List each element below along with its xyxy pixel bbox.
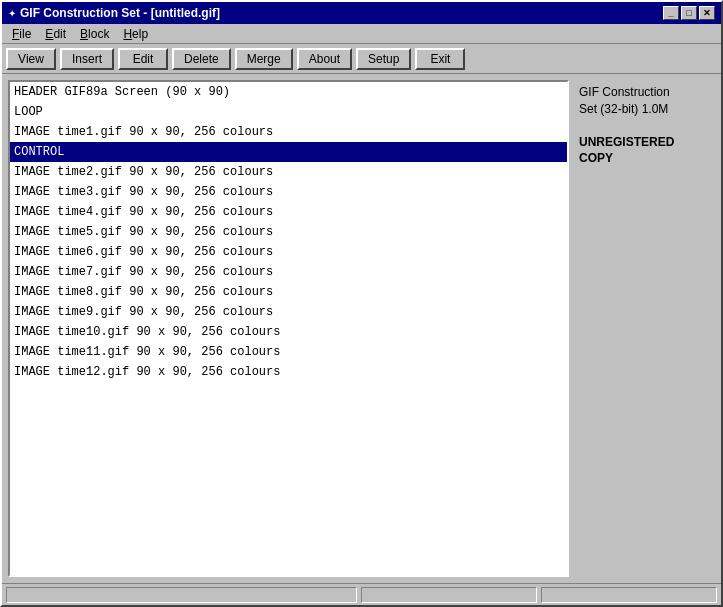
setup-button[interactable]: Setup xyxy=(356,48,411,70)
list-item[interactable]: IMAGE time1.gif 90 x 90, 256 colours xyxy=(10,122,567,142)
title-bar-left: ✦ GIF Construction Set - [untitled.gif] xyxy=(8,6,220,20)
list-item[interactable]: IMAGE time10.gif 90 x 90, 256 colours xyxy=(10,322,567,342)
menu-file[interactable]: File xyxy=(6,25,37,43)
main-content: HEADER GIF89a Screen (90 x 90)LOOPIMAGE … xyxy=(2,74,721,583)
maximize-button[interactable]: □ xyxy=(681,6,697,20)
minimize-button[interactable]: _ xyxy=(663,6,679,20)
app-icon: ✦ xyxy=(8,8,16,19)
list-item[interactable]: IMAGE time8.gif 90 x 90, 256 colours xyxy=(10,282,567,302)
title-bar: ✦ GIF Construction Set - [untitled.gif] … xyxy=(2,2,721,24)
status-bar xyxy=(2,583,721,605)
about-button[interactable]: About xyxy=(297,48,352,70)
gif-list[interactable]: HEADER GIF89a Screen (90 x 90)LOOPIMAGE … xyxy=(8,80,569,577)
main-window: ✦ GIF Construction Set - [untitled.gif] … xyxy=(0,0,723,607)
list-item[interactable]: IMAGE time11.gif 90 x 90, 256 colours xyxy=(10,342,567,362)
close-button[interactable]: ✕ xyxy=(699,6,715,20)
list-item[interactable]: HEADER GIF89a Screen (90 x 90) xyxy=(10,82,567,102)
unregistered-notice: UNREGISTERED COPY xyxy=(579,134,674,168)
menu-help[interactable]: Help xyxy=(117,25,154,43)
view-button[interactable]: View xyxy=(6,48,56,70)
menu-block[interactable]: Block xyxy=(74,25,115,43)
window-title: GIF Construction Set - [untitled.gif] xyxy=(20,6,220,20)
delete-button[interactable]: Delete xyxy=(172,48,231,70)
menu-bar: File Edit Block Help xyxy=(2,24,721,44)
list-item[interactable]: IMAGE time6.gif 90 x 90, 256 colours xyxy=(10,242,567,262)
exit-button[interactable]: Exit xyxy=(415,48,465,70)
sidebar: GIF Construction Set (32-bit) 1.0M UNREG… xyxy=(575,80,715,577)
status-panel-2 xyxy=(361,587,537,603)
title-buttons: _ □ ✕ xyxy=(663,6,715,20)
list-item[interactable]: CONTROL xyxy=(10,142,567,162)
list-item[interactable]: IMAGE time9.gif 90 x 90, 256 colours xyxy=(10,302,567,322)
product-info: GIF Construction Set (32-bit) 1.0M xyxy=(579,84,670,118)
status-panel-3 xyxy=(541,587,717,603)
toolbar: View Insert Edit Delete Merge About Setu… xyxy=(2,44,721,74)
list-item[interactable]: IMAGE time12.gif 90 x 90, 256 colours xyxy=(10,362,567,382)
list-item[interactable]: IMAGE time4.gif 90 x 90, 256 colours xyxy=(10,202,567,222)
status-panel-1 xyxy=(6,587,357,603)
edit-button[interactable]: Edit xyxy=(118,48,168,70)
merge-button[interactable]: Merge xyxy=(235,48,293,70)
list-item[interactable]: IMAGE time7.gif 90 x 90, 256 colours xyxy=(10,262,567,282)
list-item[interactable]: IMAGE time3.gif 90 x 90, 256 colours xyxy=(10,182,567,202)
list-item[interactable]: IMAGE time2.gif 90 x 90, 256 colours xyxy=(10,162,567,182)
menu-edit[interactable]: Edit xyxy=(39,25,72,43)
list-item[interactable]: LOOP xyxy=(10,102,567,122)
list-item[interactable]: IMAGE time5.gif 90 x 90, 256 colours xyxy=(10,222,567,242)
insert-button[interactable]: Insert xyxy=(60,48,114,70)
